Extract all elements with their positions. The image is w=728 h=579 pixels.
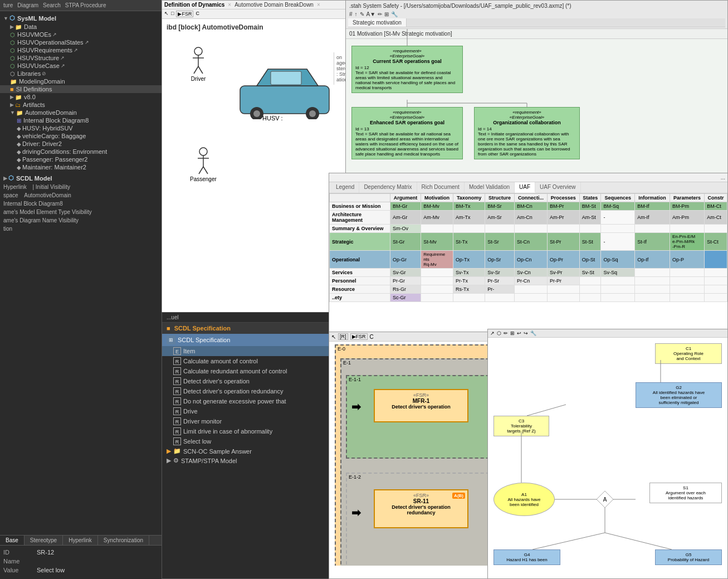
cell-bm-st[interactable]: BM-St [579, 202, 601, 211]
cell-sv-sr[interactable]: Sv-Sr [485, 269, 515, 277]
cell-bm-gr[interactable]: BM-Gr [390, 202, 421, 211]
tree-item-data[interactable]: ▶ 📁 Data [0, 23, 162, 31]
ibd-tab-main[interactable]: Definition of Dynamics [164, 2, 224, 8]
tree-item-hsuv-use[interactable]: ⬡ HSUVUseCase ↗ [0, 62, 162, 70]
cell-sm-ov[interactable]: Sm-Ov [390, 225, 421, 233]
cell-st-tx[interactable]: St-Tx [453, 233, 485, 251]
cell-am-pr[interactable]: Am-Pr [547, 211, 579, 225]
toolbar-item-search[interactable]: Search [43, 2, 61, 8]
safety-tab-strategic[interactable]: Strategic motivation [348, 18, 407, 27]
safety-tool-2[interactable]: ↑ [355, 11, 358, 17]
cell-st-gr[interactable]: St-Gr [390, 233, 421, 251]
fsr-tool-c[interactable]: C [370, 334, 374, 340]
cell-bm-sr[interactable]: BM-Sr [485, 202, 515, 211]
tree-item-maintainer[interactable]: ◆ Maintainer: Maintainer2 [0, 163, 162, 171]
cell-op-sr[interactable]: Op-Sr [485, 251, 515, 269]
cell-am-sr[interactable]: Am-Sr [485, 211, 515, 225]
scdl-model-root[interactable]: ▶ ⬡ SCDL Model [0, 173, 162, 183]
cell-op-ct[interactable] [705, 251, 727, 269]
stpa-tool-1[interactable]: ↗ [490, 330, 495, 336]
tab-rich-doc[interactable]: Rich Document [417, 182, 465, 193]
tree-item-driver[interactable]: ◆ Driver: Driver2 [0, 140, 162, 148]
cell-am-sq[interactable]: - [601, 211, 635, 225]
fsr-tool-1[interactable]: ↖ [331, 334, 336, 340]
rect-tool[interactable]: □ [171, 11, 174, 17]
cell-sc-gr[interactable]: Sc-Gr [390, 294, 421, 302]
cell-bm-if[interactable]: BM-If [635, 202, 670, 211]
safety-tool-1[interactable]: # [349, 11, 353, 17]
tree-item-automotive[interactable]: ▼ 📁 AutomotiveDomain [0, 109, 162, 116]
cell-am-tx[interactable]: Am-Tx [453, 211, 485, 225]
tree-item-libraries[interactable]: ⬡ Libraries ⊘ [0, 70, 162, 77]
fsr-box-mfr1[interactable]: «FSR» MFR-1 Detect driver's operation [374, 389, 468, 422]
tab-synchronization[interactable]: Synchronization [98, 536, 149, 545]
tree-item-v8[interactable]: ▶ 📁 v8.0 [0, 93, 162, 101]
tree-item-artifacts[interactable]: ▶ 🗂 Artifacts [0, 101, 162, 109]
cell-op-tx[interactable]: Op-Tx [453, 251, 485, 269]
tree-item-hsuv-struct[interactable]: ⬡ HSUVStructure ↗ [0, 54, 162, 62]
fsr-box-sr11[interactable]: «FSR» A(B) SR-11 Detect driver's operati… [374, 489, 468, 528]
sysml-model-root[interactable]: ▼ ⬡ SysML Model [0, 13, 162, 23]
cell-bm-pm[interactable]: BM-Pm [670, 202, 704, 211]
cell-sv-sq[interactable]: Sv-Sq [601, 269, 635, 277]
tab-hyperlink[interactable]: Hyperlink [63, 536, 98, 545]
cell-sv-tx[interactable]: Sv-Tx [453, 269, 485, 277]
cell-bm-mv[interactable]: BM-Mv [421, 202, 453, 211]
cell-bm-cn[interactable]: BM-Cn [514, 202, 547, 211]
cell-st-ct[interactable]: St-Ct [705, 233, 727, 251]
cell-sv-gr[interactable]: Sv-Gr [390, 269, 421, 277]
cell-op-if[interactable]: Op-If [635, 251, 670, 269]
cell-op-cn[interactable]: Op-Cn [514, 251, 547, 269]
cell-op-st[interactable]: Op-St [579, 251, 601, 269]
cell-st-pm[interactable]: En-Pm-E/Me-Pm-M/Rk-Pm-R [670, 233, 704, 251]
fsr-tool-fsr[interactable]: ▶FSR [350, 333, 368, 340]
fsr-tool-r[interactable]: [R] [338, 333, 348, 340]
safety-tool-4[interactable]: A▼ [367, 11, 376, 17]
tree-item-hsuv-moes[interactable]: ⬡ HSUVMOEs ↗ [0, 31, 162, 38]
cell-st-mv[interactable]: St-Mv [421, 233, 453, 251]
stpa-tool-4[interactable]: ⊞ [510, 330, 515, 336]
cell-am-cn[interactable]: Am-Cn [514, 211, 547, 225]
cell-pr-tx[interactable]: Pr-Tx [453, 277, 485, 285]
tree-item-ibd[interactable]: ⊞ Internal Block Diagram8 [0, 116, 162, 124]
stpa-tool-3[interactable]: ✏ [504, 330, 508, 336]
ibd-tab-2[interactable]: Automotive Domain BreakDown [234, 2, 314, 8]
cell-bm-ct[interactable]: BM-Ct [705, 202, 727, 211]
tree-item-modeling[interactable]: 📁 ModelingDomain [0, 77, 162, 85]
cell-am-pm[interactable]: Am-Pm [670, 211, 704, 225]
tree-item-si-defs[interactable]: ■ SI Definitions [0, 85, 162, 93]
c-tool[interactable]: C [196, 11, 199, 17]
tree-item-hsuv-req[interactable]: ⬡ HSUVRequirements ↗ [0, 46, 162, 54]
cell-op-pr[interactable]: Op-Pr [547, 251, 579, 269]
cell-rs-gr[interactable]: Rs-Gr [390, 285, 421, 294]
arrow-tool[interactable]: ↖ [164, 11, 169, 17]
tab-legend[interactable]: Legend [331, 182, 359, 193]
stpa-tool-6[interactable]: ↪ [524, 330, 528, 336]
cell-op-pm[interactable]: Op-P [670, 251, 704, 269]
safety-tool-7[interactable]: 🔧 [391, 11, 398, 17]
cell-st-pr[interactable]: St-Pr [547, 233, 579, 251]
toolbar-item-ture[interactable]: ture [3, 2, 13, 8]
cell-op-gr[interactable]: Op-Gr [390, 251, 421, 269]
stpa-tool-2[interactable]: ⬡ [497, 330, 501, 336]
tree-item-driving[interactable]: ◆ drivingConditions: Environment [0, 148, 162, 155]
cell-rs-pr[interactable]: Pr- [485, 285, 515, 294]
cell-st-sr[interactable]: St-Sr [485, 233, 515, 251]
tab-uaf-overview[interactable]: UAF Overview [535, 182, 580, 193]
cell-sv-pr[interactable]: Sv-Pr [547, 269, 579, 277]
fsr-tool[interactable]: ▶FSR [176, 11, 193, 17]
tab-model-val[interactable]: Model Validation [465, 182, 515, 193]
stpa-tool-7[interactable]: 🔧 [530, 330, 536, 336]
cell-am-if[interactable]: Am-If [635, 211, 670, 225]
cell-st-if[interactable]: St-If [635, 233, 670, 251]
cell-st-cn[interactable]: St-Cn [514, 233, 547, 251]
cell-pr-gr[interactable]: Pr-Gr [390, 277, 421, 285]
cell-sv-cn[interactable]: Sv-Cn [514, 269, 547, 277]
tree-item-passenger[interactable]: ◆ Passenger: Passenger2 [0, 155, 162, 163]
cell-am-mv[interactable]: Am-Mv [421, 211, 453, 225]
cell-st-st[interactable]: St-St [579, 233, 601, 251]
tree-item-husv[interactable]: ◆ HUSV: HybridSUV [0, 124, 162, 132]
toolbar-item-stpa[interactable]: STPA Procedure [65, 2, 106, 8]
tab-uaf[interactable]: UAF [515, 182, 535, 193]
cell-am-gr[interactable]: Am-Gr [390, 211, 421, 225]
